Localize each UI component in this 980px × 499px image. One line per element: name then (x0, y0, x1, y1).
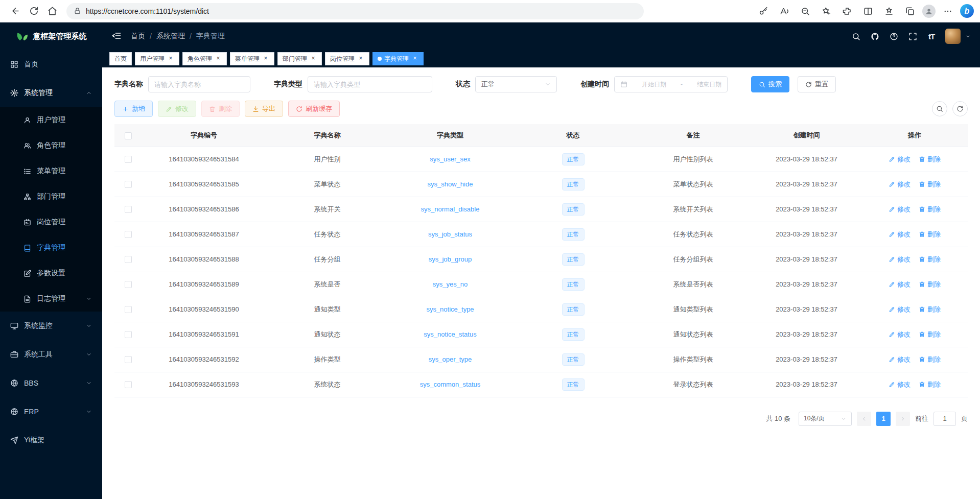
refresh-cache-button[interactable]: 刷新缓存 (288, 101, 340, 117)
row-checkbox[interactable] (125, 231, 132, 238)
user-avatar[interactable] (945, 29, 961, 44)
edit-button[interactable]: 修改 (158, 101, 196, 117)
row-checkbox[interactable] (125, 381, 132, 388)
dict-type-link[interactable]: sys_yes_no (433, 280, 468, 288)
row-delete-button[interactable]: 删除 (919, 230, 941, 239)
page-size-select[interactable]: 10条/页 (799, 412, 852, 426)
row-checkbox[interactable] (125, 356, 132, 363)
row-edit-button[interactable]: 修改 (889, 180, 911, 189)
row-edit-button[interactable]: 修改 (889, 355, 911, 364)
browser-profile-avatar[interactable] (922, 5, 936, 18)
date-range-picker[interactable]: 开始日期 - 结束日期 (614, 76, 728, 92)
dict-type-link[interactable]: sys_normal_disable (421, 205, 480, 213)
app-logo[interactable]: 意框架管理系统 (0, 22, 102, 50)
breadcrumb-home[interactable]: 首页 (131, 32, 145, 41)
row-edit-button[interactable]: 修改 (889, 380, 911, 389)
tab-user-management[interactable]: 用户管理 × (135, 52, 179, 65)
sidebar-item-erp[interactable]: ERP (0, 397, 102, 426)
dict-name-input[interactable] (154, 81, 244, 88)
sidebar-item-home[interactable]: 首页 (0, 50, 102, 79)
sidebar-item-bbs[interactable]: BBS (0, 369, 102, 397)
close-icon[interactable]: × (411, 55, 418, 62)
fullscreen-icon[interactable] (907, 31, 918, 41)
row-edit-button[interactable]: 修改 (889, 205, 911, 214)
row-delete-button[interactable]: 删除 (919, 205, 941, 214)
tab-dept-management[interactable]: 部门管理 × (277, 52, 322, 65)
row-checkbox[interactable] (125, 281, 132, 288)
extensions-icon[interactable] (838, 3, 856, 19)
help-icon[interactable] (889, 31, 899, 41)
sidebar-item-dept-management[interactable]: 部门管理 (0, 184, 102, 209)
bing-chat-icon[interactable]: b (960, 4, 974, 18)
row-delete-button[interactable]: 删除 (919, 355, 941, 364)
sidebar-item-yi-framework[interactable]: Yi框架 (0, 426, 102, 455)
row-delete-button[interactable]: 删除 (919, 280, 941, 289)
row-edit-button[interactable]: 修改 (889, 305, 911, 314)
row-checkbox[interactable] (125, 256, 132, 263)
collections-icon[interactable] (901, 3, 919, 19)
add-favorite-icon[interactable] (818, 3, 835, 19)
row-edit-button[interactable]: 修改 (889, 255, 911, 264)
row-delete-button[interactable]: 删除 (919, 305, 941, 314)
search-icon[interactable] (851, 31, 861, 41)
sidebar-item-user-management[interactable]: 用户管理 (0, 107, 102, 133)
row-delete-button[interactable]: 删除 (919, 380, 941, 389)
github-icon[interactable] (870, 31, 880, 41)
dict-type-link[interactable]: sys_show_hide (428, 180, 473, 188)
row-checkbox[interactable] (125, 206, 132, 213)
goto-page-input[interactable] (934, 412, 956, 426)
export-button[interactable]: 导出 (245, 101, 283, 117)
sidebar-item-system-tools[interactable]: 系统工具 (0, 340, 102, 369)
sidebar-item-system-management[interactable]: 系统管理 (0, 79, 102, 107)
dict-type-link[interactable]: sys_job_status (428, 230, 472, 238)
row-delete-button[interactable]: 删除 (919, 180, 941, 189)
dict-type-link[interactable]: sys_notice_type (426, 305, 474, 313)
select-all-checkbox[interactable] (125, 132, 132, 139)
back-button[interactable] (6, 3, 25, 20)
row-checkbox[interactable] (125, 181, 132, 188)
prev-page-button[interactable] (857, 412, 871, 426)
tab-home[interactable]: 首页 (109, 52, 132, 65)
split-screen-icon[interactable] (859, 3, 877, 19)
sidebar-fold-button[interactable] (111, 31, 123, 42)
sidebar-item-post-management[interactable]: 岗位管理 (0, 209, 102, 235)
dict-type-input[interactable] (314, 81, 426, 88)
current-page-button[interactable]: 1 (876, 412, 891, 426)
tab-post-management[interactable]: 岗位管理 × (325, 52, 369, 65)
row-delete-button[interactable]: 删除 (919, 330, 941, 339)
sidebar-item-menu-management[interactable]: 菜单管理 (0, 158, 102, 184)
dict-type-link[interactable]: sys_oper_type (429, 355, 472, 363)
dict-type-link[interactable]: sys_user_sex (430, 155, 470, 163)
tab-menu-management[interactable]: 菜单管理 × (230, 52, 274, 65)
sidebar-item-dict-management[interactable]: 字典管理 (0, 235, 102, 260)
delete-button[interactable]: 删除 (201, 101, 240, 117)
row-delete-button[interactable]: 删除 (919, 155, 941, 164)
dict-type-link[interactable]: sys_job_group (429, 255, 472, 263)
close-icon[interactable]: × (262, 55, 269, 62)
status-select[interactable]: 正常 (475, 76, 557, 92)
refresh-table-button[interactable] (952, 101, 968, 116)
row-edit-button[interactable]: 修改 (889, 280, 911, 289)
sidebar-item-log-management[interactable]: 日志管理 (0, 286, 102, 312)
home-button[interactable] (43, 3, 61, 20)
password-key-icon[interactable] (755, 3, 772, 19)
next-page-button[interactable] (896, 412, 910, 426)
sidebar-item-system-monitor[interactable]: 系统监控 (0, 312, 102, 340)
more-menu-icon[interactable] (939, 3, 956, 19)
font-size-icon[interactable]: tT (926, 31, 937, 41)
zoom-out-icon[interactable] (797, 3, 814, 19)
show-search-toggle-button[interactable] (932, 101, 947, 116)
favorites-icon[interactable] (880, 3, 898, 19)
sidebar-item-param-settings[interactable]: 参数设置 (0, 260, 102, 286)
refresh-button[interactable] (25, 3, 43, 20)
row-checkbox[interactable] (125, 156, 132, 163)
tab-role-management[interactable]: 角色管理 × (182, 52, 227, 65)
row-edit-button[interactable]: 修改 (889, 330, 911, 339)
breadcrumb-system[interactable]: 系统管理 (156, 32, 185, 41)
search-button[interactable]: 搜索 (751, 76, 789, 92)
row-checkbox[interactable] (125, 306, 132, 313)
add-button[interactable]: 新增 (114, 101, 153, 117)
read-aloud-icon[interactable] (776, 3, 793, 19)
caret-down-icon[interactable] (965, 34, 971, 39)
reset-button[interactable]: 重置 (798, 76, 836, 92)
